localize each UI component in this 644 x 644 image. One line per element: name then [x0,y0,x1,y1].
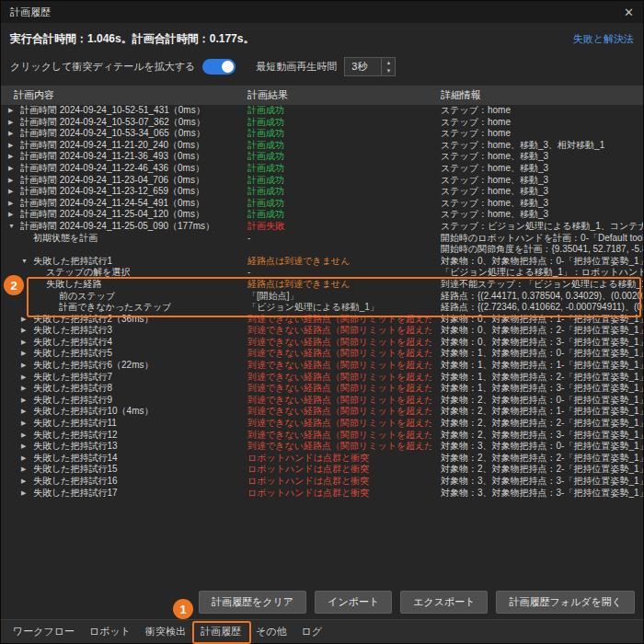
tab-workflow[interactable]: ワークフロー [6,622,81,641]
row-label: 計画時間 2024-09-24_11-23-12_659（0ms） [20,186,204,198]
table-row[interactable]: 初期状態を計画-開始時のロボットハンドを計画：0-「Default tool」開… [1,233,643,256]
playback-time-spinner[interactable]: 3秒 ▲ ▼ [344,57,396,76]
row-result: 到達できない経路点（関節リミットを超えた） [236,360,431,372]
table-row[interactable]: ▶失敗した把持試行6（22ms）到達できない経路点（関節リミットを超えた）対象物… [1,360,643,372]
expand-arrow-icon[interactable]: ▶ [21,488,33,500]
row-details: 対象物：3、対象物把持点：3-「把持位置姿勢_1」、 [431,476,643,488]
row-label: 失敗した把持試行7 [33,372,112,384]
row-result: 到達できない経路点（関節リミットを超えた） [236,418,431,430]
row-result: 「[開始点]」 [236,291,431,303]
expand-arrow-icon[interactable]: ▶ [21,406,33,418]
table-row[interactable]: ▶失敗した把持試行10（4ms）到達できない経路点（関節リミットを超えた）対象物… [1,406,643,418]
collision-detail-toggle[interactable] [202,59,236,75]
table-row[interactable]: ステップの解を選択-「ビジョン処理による移動_1」：ロボットハンド対称性：2 [1,267,643,279]
table-row[interactable]: ▶計画時間 2024-09-24_10-53-07_362（0ms）計画成功ステ… [1,117,643,129]
expand-arrow-icon[interactable]: ▶ [8,198,20,210]
expand-arrow-icon[interactable]: ▶ [8,163,20,175]
table-row[interactable]: ▶計画時間 2024-09-24_11-21-36_493（0ms）計画成功ステ… [1,151,643,163]
table-row[interactable]: ▶失敗した把持試行3到達できない経路点（関節リミットを超えた）対象物：0、対象物… [1,325,643,337]
table-row[interactable]: ▶失敗した把持試行15ロボットハンドは点群と衝突対象物：2、対象物把持点：2-「… [1,464,643,476]
row-result: - [236,267,431,279]
table-row[interactable]: ▶失敗した把持試行11到達できない経路点（関節リミットを超えた）対象物：2、対象… [1,418,643,430]
failure-solutions-link[interactable]: 失敗と解決法 [573,32,634,46]
expand-arrow-icon[interactable]: ▶ [21,337,33,349]
clear-history-button[interactable]: 計画履歴をクリア [199,591,306,614]
table-row[interactable]: ▶失敗した把持試行4到達できない経路点（関節リミットを超えた）対象物：0、対象物… [1,337,643,349]
table-row[interactable]: ▶計画時間 2024-09-24_10-52-51_431（0ms）計画成功ステ… [1,105,643,117]
table-row[interactable]: ▶計画時間 2024-09-24_11-23-04_706（0ms）計画成功ステ… [1,175,643,187]
spin-up-icon[interactable]: ▲ [382,58,395,67]
row-result: 到達できない経路点（関節リミットを超えた） [236,348,431,360]
tab-robot[interactable]: ロボット [83,622,137,641]
table-row[interactable]: ▶失敗した把持試行16ロボットハンドは点群と衝突対象物：3、対象物把持点：3-「… [1,476,643,488]
table-row[interactable]: ▼計画時間 2024-09-24_11-25-05_090（177ms）計画失敗… [1,221,643,233]
tab-others[interactable]: その他 [249,622,293,641]
row-label: 失敗した把持試行17 [33,488,118,500]
expand-arrow-icon[interactable]: ▼ [8,221,20,233]
table-row[interactable]: ▶失敗した把持試行8到達できない経路点（関節リミットを超えた）対象物：1、対象物… [1,383,643,395]
table-row[interactable]: 計画できなかったステップ「ビジョン処理による移動_1」経路点：{(2.72346… [1,302,643,314]
summary-row: 実行合計時間：1.046s。計画合計時間：0.177s。 失敗と解決法 [1,23,643,50]
expand-arrow-icon[interactable]: ▶ [21,476,33,488]
row-label: 失敗した把持試行16 [33,476,118,488]
row-label: 失敗した把持試行13 [33,441,118,453]
table-row[interactable]: ▶計画時間 2024-09-24_11-23-12_659（0ms）計画成功ステ… [1,186,643,198]
row-result: 計画失敗 [236,221,431,233]
expand-arrow-icon[interactable]: ▶ [21,441,33,453]
row-result: 到達できない経路点（関節リミットを超えた） [236,337,431,349]
table-row[interactable]: 失敗した経路経路点は到達できません到達不能ステップ：「ビジョン処理による移動_1… [1,279,643,291]
row-details: 対象物：2、対象物把持点：2-「把持位置姿勢_1」、 [431,464,643,476]
expand-arrow-icon[interactable]: ▶ [21,325,33,337]
expand-arrow-icon[interactable]: ▶ [21,372,33,384]
close-icon[interactable]: ✕ [624,6,634,19]
open-history-folder-button[interactable]: 計画履歴フォルダを開く [496,591,635,614]
tab-collision-detection[interactable]: 衝突検出 [139,622,192,641]
table-row[interactable]: ▶計画時間 2024-09-24_11-24-54_491（0ms）計画成功ステ… [1,198,643,210]
expand-arrow-icon[interactable]: ▶ [8,209,20,221]
expand-arrow-icon[interactable]: ▶ [21,430,33,442]
row-details: 対象物：1、対象物把持点：0-「把持位置姿勢_1」、 [431,348,643,360]
row-result: 経路点は到達できません [236,279,431,291]
expand-arrow-icon[interactable]: ▶ [21,360,33,372]
expand-arrow-icon[interactable]: ▶ [8,175,20,187]
expand-arrow-icon[interactable]: ▼ [21,256,33,268]
expand-arrow-icon[interactable]: ▶ [21,418,33,430]
table-row[interactable]: ▶失敗した把持試行5到達できない経路点（関節リミットを超えた）対象物：1、対象物… [1,348,643,360]
expand-arrow-icon[interactable]: ▶ [8,140,20,152]
table-row[interactable]: ▼失敗した把持試行1経路点は到達できません対象物：0、対象物把持点：0-「把持位… [1,256,643,268]
table-row[interactable]: ▶計画時間 2024-09-24_11-22-46_436（0ms）計画成功ステ… [1,163,643,175]
spin-down-icon[interactable]: ▼ [382,67,395,76]
expand-arrow-icon[interactable]: ▶ [8,105,20,117]
table-row[interactable]: ▶計画時間 2024-09-24_11-21-20_240（0ms）計画成功ステ… [1,140,643,152]
row-result: 到達できない経路点（関節リミットを超えた） [236,430,431,442]
expand-arrow-icon[interactable]: ▶ [21,395,33,407]
expand-arrow-icon[interactable]: ▶ [8,151,20,163]
expand-arrow-icon[interactable]: ▶ [8,128,20,140]
tab-plan-history[interactable]: 計画履歴 [194,622,247,641]
table-row[interactable]: ▶失敗した把持試行7到達できない経路点（関節リミットを超えた）対象物：1、対象物… [1,372,643,384]
table-header: 計画内容 計画結果 詳細情報 [1,86,643,105]
expand-arrow-icon[interactable]: ▶ [21,348,33,360]
tree-spacer [47,302,59,314]
export-button[interactable]: エクスポート [400,591,488,614]
table-row[interactable]: ▶失敗した把持試行2（36ms）到達できない経路点（関節リミットを超えた）対象物… [1,314,643,326]
table-row[interactable]: ▶失敗した把持試行17ロボットハンドは点群と衝突対象物：3、対象物把持点：3-「… [1,488,643,500]
tab-log[interactable]: ログ [295,622,329,641]
spinner-arrows: ▲ ▼ [381,58,395,75]
expand-arrow-icon[interactable]: ▶ [21,383,33,395]
table-row[interactable]: ▶計画時間 2024-09-24_11-25-04_120（0ms）計画成功ステ… [1,209,643,221]
row-label: 計画できなかったステップ [59,302,171,314]
expand-arrow-icon[interactable]: ▶ [21,453,33,465]
table-row[interactable]: ▶計画時間 2024-09-24_10-53-34_065（0ms）計画成功ステ… [1,128,643,140]
table-row[interactable]: ▶失敗した把持試行12到達できない経路点（関節リミットを超えた）対象物：2、対象… [1,430,643,442]
table-row[interactable]: ▶失敗した把持試行13到達できない経路点（関節リミットを超えた）対象物：3、対象… [1,441,643,453]
expand-arrow-icon[interactable]: ▶ [21,464,33,476]
expand-arrow-icon[interactable]: ▶ [8,117,20,129]
import-button[interactable]: インポート [315,591,392,614]
table-row[interactable]: 前のステップ「[開始点]」経路点：{(2.44171, 0.378504, 0.… [1,291,643,303]
table-row[interactable]: ▶失敗した把持試行9到達できない経路点（関節リミットを超えた）対象物：2、対象物… [1,395,643,407]
table-row[interactable]: ▶失敗した把持試行14ロボットハンドは点群と衝突対象物：2、対象物把持点：2-「… [1,453,643,465]
row-result: 到達できない経路点（関節リミットを超えた） [236,441,431,453]
expand-arrow-icon[interactable]: ▶ [21,314,33,326]
expand-arrow-icon[interactable]: ▶ [8,186,20,198]
